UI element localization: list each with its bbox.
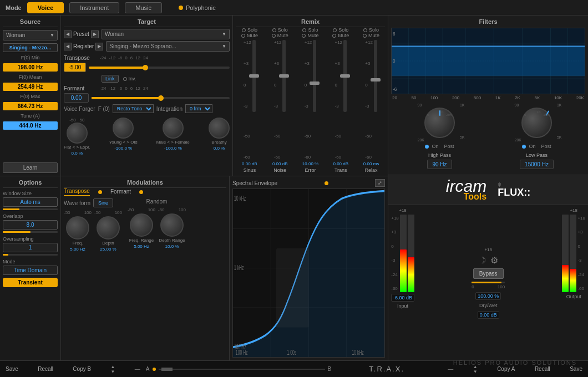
error-fader[interactable]	[313, 40, 316, 160]
noise-db-scale: +12+30-3-50-60	[274, 40, 282, 160]
overlap-slider[interactable]	[3, 231, 58, 233]
remix-section: Remix Solo Mute	[233, 16, 388, 176]
eq-label-1k: 1K	[495, 95, 501, 100]
transpose-row: Transpose -24 -12 -6 0 6 12 24	[64, 55, 230, 61]
svg-text:6: 6	[393, 31, 396, 37]
relax-solo-dot[interactable]	[363, 28, 367, 32]
mode-options-value[interactable]: Time Domain	[3, 266, 58, 275]
oversampling-group: Oversampling 1	[3, 236, 58, 256]
transpose-slider[interactable]	[89, 67, 230, 69]
formant-slider[interactable]	[92, 97, 230, 99]
trans-solo-dot[interactable]	[333, 28, 337, 32]
drywet-slider-track[interactable]	[472, 282, 505, 283]
oversampling-value[interactable]: 1	[3, 243, 58, 252]
lp-type-label: Low Pass	[526, 152, 548, 158]
voice-forger-label: Voice Forger	[64, 106, 95, 112]
depth-value: 25.00 %	[100, 247, 116, 252]
spectral-expand-btn[interactable]: ⤢	[375, 179, 385, 187]
nav-dot	[153, 368, 156, 371]
inv-radio[interactable]	[123, 77, 127, 81]
noise-solo-dot[interactable]	[272, 28, 276, 32]
knob-flat-expr[interactable]	[67, 123, 88, 144]
lp-value-box[interactable]: 15000 Hz	[520, 160, 554, 169]
bypass-button[interactable]: Bypass	[473, 268, 504, 279]
preset-next-btn[interactable]: ▶	[91, 30, 99, 38]
preset-prev-btn[interactable]: ◀	[64, 30, 72, 38]
flux-text: FLUX::	[498, 187, 530, 198]
modulations-tab-formant[interactable]: Formant	[110, 188, 131, 196]
left-arrow-up[interactable]: ▲	[111, 364, 115, 369]
eq-label-5k: 5K	[535, 95, 540, 100]
tone-select[interactable]: Recto Tono	[113, 104, 154, 113]
save-right-button[interactable]: Save	[570, 366, 582, 372]
freq-range-knob[interactable]	[130, 213, 153, 237]
knob-group-male-female: Male < > Female -100.0 %	[156, 118, 190, 156]
recall-right-button[interactable]: Recall	[535, 366, 550, 372]
recall-left-button[interactable]: Recall	[38, 366, 53, 372]
transient-button[interactable]: Transient	[3, 278, 58, 287]
hp-mark-20k: 20K	[418, 138, 424, 142]
save-left-button[interactable]: Save	[6, 366, 18, 372]
knob-breathy[interactable]	[209, 118, 230, 139]
tab-voice[interactable]: Voice	[27, 2, 64, 13]
transpose-label: Transpose	[64, 55, 97, 61]
depth-range-knob[interactable]	[160, 213, 184, 237]
ircam-logo-group: ircam Tools	[446, 178, 486, 202]
sinus-fader[interactable]	[252, 40, 256, 160]
relax-fader[interactable]	[374, 40, 377, 160]
knob-male-female[interactable]	[163, 118, 184, 139]
noise-mute-dot[interactable]	[272, 34, 276, 38]
learn-button[interactable]: Learn	[3, 162, 58, 173]
depth-knob[interactable]	[97, 216, 120, 240]
error-solo-row: Solo	[302, 27, 318, 33]
transpose-value[interactable]: -5.00	[64, 63, 86, 72]
sinus-solo-dot[interactable]	[242, 28, 246, 32]
tab-music[interactable]: Music	[125, 2, 162, 13]
right-arrow-down[interactable]: ▼	[473, 369, 478, 374]
nav-line[interactable]	[159, 369, 325, 370]
noise-fader[interactable]	[282, 40, 286, 160]
integration-select[interactable]: 0 frm	[185, 104, 212, 113]
waveform-select[interactable]: Sine	[93, 198, 113, 207]
modulations-tab-transpose[interactable]: Transpose	[64, 188, 90, 196]
noise-fader-area: +12+30-3-50-60	[274, 40, 286, 160]
target-singing-dropdown[interactable]: Singing - Mezzo Soprano... ▼	[106, 41, 230, 52]
freq-knob[interactable]	[66, 216, 89, 240]
oversampling-slider[interactable]	[3, 254, 58, 256]
trans-mute-dot[interactable]	[332, 34, 336, 38]
window-size-slider[interactable]	[3, 208, 58, 210]
error-solo-dot[interactable]	[302, 28, 306, 32]
window-size-value[interactable]: Auto ms	[3, 197, 58, 207]
copy-a-button[interactable]: Copy A	[497, 366, 515, 372]
lp-on-dot[interactable]	[522, 145, 526, 149]
sinus-mute-dot[interactable]	[241, 34, 245, 38]
tab-instrument[interactable]: Instrument	[69, 2, 119, 13]
target-dropdown[interactable]: Woman ▼	[102, 29, 230, 39]
trans-fader[interactable]	[343, 40, 347, 160]
trans-db-scale: +12+30-3-50-60	[335, 40, 343, 160]
error-label: Error	[305, 167, 316, 173]
source-dropdown[interactable]: Woman ▼	[3, 30, 58, 40]
low-pass-knob[interactable]: 5 1K 15K	[521, 108, 552, 138]
high-pass-knob[interactable]: 5 1K 20K	[424, 108, 455, 138]
formant-knobs-row: -50100 Freq. Range 5.00 Hz -50100 Depth …	[128, 207, 186, 249]
hp-value-box[interactable]: 90 Hz	[427, 160, 452, 169]
noise-solo-row: Solo	[272, 27, 288, 33]
formant-24: 24	[143, 86, 148, 91]
register-next-btn[interactable]: ▶	[95, 43, 103, 50]
preset-area: ◀ Preset ▶	[64, 30, 99, 38]
relax-mute-dot[interactable]	[363, 34, 367, 38]
svg-text:1.00s: 1.00s	[287, 349, 297, 356]
b-label: B	[328, 366, 332, 372]
link-button[interactable]: Link	[102, 75, 119, 83]
hp-on-dot[interactable]	[425, 145, 429, 149]
copy-b-button[interactable]: Copy B	[73, 366, 91, 372]
register-prev-btn[interactable]: ◀	[64, 43, 72, 50]
overlap-value[interactable]: 8.0	[3, 220, 58, 230]
sinus-label: Sinus	[244, 167, 256, 173]
left-arrow-down[interactable]: ▼	[111, 369, 115, 374]
error-mute-dot[interactable]	[302, 34, 306, 38]
formant-value[interactable]: 0.00	[64, 93, 89, 103]
knob-young-old[interactable]	[113, 118, 134, 139]
window-size-group: Window Size Auto ms	[3, 191, 58, 211]
